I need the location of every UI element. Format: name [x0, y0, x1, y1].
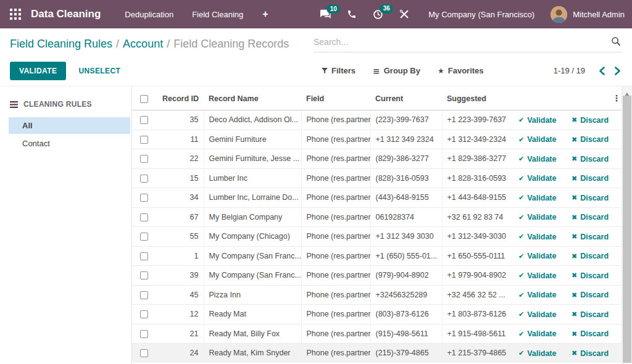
row-validate-button[interactable]: ✔Validate — [518, 155, 556, 163]
cell-field: Phone (res.partner) — [301, 227, 370, 247]
row-checkbox[interactable] — [140, 291, 148, 299]
table-row[interactable]: 67 My Belgian Company Phone (res.partner… — [132, 207, 621, 227]
scrollbar-thumb[interactable] — [623, 96, 631, 363]
row-validate-button[interactable]: ✔Validate — [518, 194, 556, 202]
row-discard-button[interactable]: ✖Discard — [572, 252, 609, 260]
table-row[interactable]: 1 My Company (San Franc... Phone (res.pa… — [132, 246, 621, 266]
records-table: Record ID Record Name Field Current Sugg… — [132, 86, 621, 363]
row-checkbox[interactable] — [140, 175, 148, 183]
table-row[interactable]: 22 Gemini Furniture, Jesse ... Phone (re… — [132, 149, 621, 169]
filters-menu[interactable]: Filters — [322, 66, 356, 75]
row-validate-button[interactable]: ✔Validate — [518, 291, 556, 299]
row-validate-button[interactable]: ✔Validate — [518, 310, 556, 319]
table-header-row: Record ID Record Name Field Current Sugg… — [132, 86, 621, 110]
table-row[interactable]: 11 Gemini Furniture Phone (res.partner) … — [132, 130, 621, 149]
select-all-checkbox[interactable] — [140, 95, 148, 103]
row-discard-button[interactable]: ✖Discard — [572, 174, 609, 183]
row-discard-button[interactable]: ✖Discard — [572, 329, 609, 338]
row-checkbox[interactable] — [140, 233, 148, 241]
table-row[interactable]: 39 My Company (San Franc... Phone (res.p… — [132, 266, 621, 286]
table-row[interactable]: 15 Lumber Inc Phone (res.partner) (828)-… — [132, 168, 621, 188]
column-header-suggested[interactable]: Suggested — [442, 86, 514, 110]
group-by-menu[interactable]: ≡ Group By — [373, 66, 420, 76]
tools-icon[interactable] — [399, 9, 409, 19]
discard-x-icon: ✖ — [572, 291, 577, 299]
messages-icon[interactable]: 10 — [320, 9, 331, 19]
validate-check-icon: ✔ — [518, 233, 524, 241]
user-avatar[interactable] — [551, 6, 567, 23]
row-discard-button[interactable]: ✖Discard — [572, 194, 609, 202]
row-checkbox[interactable] — [140, 213, 148, 221]
row-validate-button[interactable]: ✔Validate — [518, 135, 556, 144]
row-discard-button[interactable]: ✖Discard — [572, 349, 609, 358]
table-row[interactable]: 21 Ready Mat, Billy Fox Phone (res.partn… — [132, 324, 621, 344]
company-switcher[interactable]: My Company (San Francisco) — [428, 10, 534, 19]
menu-deduplication[interactable]: Deduplication — [125, 10, 173, 19]
unselect-button[interactable]: UNSELECT — [78, 67, 120, 75]
validate-button[interactable]: VALIDATE — [10, 62, 66, 80]
table-row[interactable]: 34 Lumber Inc, Lorraine Do... Phone (res… — [132, 188, 621, 208]
column-header-current[interactable]: Current — [370, 86, 442, 110]
validate-check-icon: ✔ — [518, 175, 524, 183]
row-discard-button[interactable]: ✖Discard — [572, 271, 609, 280]
sidebar-item-all[interactable]: All — [9, 117, 130, 134]
row-discard-button[interactable]: ✖Discard — [572, 310, 609, 319]
validate-check-icon: ✔ — [518, 291, 524, 299]
user-menu[interactable]: Mitchell Admin — [573, 10, 625, 19]
phone-icon[interactable] — [347, 9, 357, 19]
row-discard-button[interactable]: ✖Discard — [572, 116, 609, 125]
discard-x-icon: ✖ — [572, 330, 577, 338]
pager-next-icon[interactable] — [614, 67, 621, 75]
row-discard-button[interactable]: ✖Discard — [572, 155, 609, 163]
discard-x-icon: ✖ — [572, 252, 577, 260]
optional-columns-icon[interactable]: ⋮ — [612, 93, 621, 103]
row-discard-button[interactable]: ✖Discard — [572, 135, 609, 144]
apps-grid-icon[interactable] — [6, 5, 25, 23]
sidebar-item-contact[interactable]: Contact — [9, 135, 130, 152]
row-checkbox[interactable] — [140, 349, 148, 357]
breadcrumb-link-rules[interactable]: Field Cleaning Rules — [10, 38, 112, 50]
table-row[interactable]: 35 Deco Addict, Addison Ol... Phone (res… — [132, 110, 621, 130]
row-discard-button[interactable]: ✖Discard — [572, 233, 609, 241]
row-checkbox[interactable] — [140, 271, 148, 279]
row-validate-button[interactable]: ✔Validate — [518, 213, 556, 221]
row-validate-button[interactable]: ✔Validate — [518, 252, 556, 260]
table-row[interactable]: 12 Ready Mat Phone (res.partner) (803)-8… — [132, 305, 621, 325]
row-discard-button[interactable]: ✖Discard — [572, 291, 609, 299]
add-menu-button[interactable]: + — [262, 9, 268, 20]
hamburger-icon[interactable] — [10, 101, 18, 108]
breadcrumb-link-account[interactable]: Account — [123, 38, 163, 50]
row-checkbox[interactable] — [140, 136, 148, 144]
row-checkbox[interactable] — [140, 116, 148, 124]
search-icon[interactable] — [611, 36, 621, 49]
row-validate-button[interactable]: ✔Validate — [518, 329, 556, 338]
cell-field: Phone (res.partner) — [301, 266, 370, 286]
row-checkbox[interactable] — [140, 330, 148, 338]
search-input[interactable] — [314, 37, 597, 47]
column-header-record-id[interactable]: Record ID — [156, 86, 204, 110]
row-discard-button[interactable]: ✖Discard — [572, 213, 609, 221]
activities-clock-icon[interactable]: 36 — [373, 9, 383, 20]
row-validate-button[interactable]: ✔Validate — [518, 174, 556, 183]
column-header-record-name[interactable]: Record Name — [204, 86, 301, 110]
table-row[interactable]: 55 My Company (Chicago) Phone (res.partn… — [132, 227, 621, 247]
row-validate-button[interactable]: ✔Validate — [518, 233, 556, 241]
table-row[interactable]: 45 Pizza Inn Phone (res.partner) +324563… — [132, 285, 621, 305]
column-header-field[interactable]: Field — [301, 86, 370, 110]
cell-field: Phone (res.partner) — [301, 130, 370, 149]
favorites-menu[interactable]: ★ Favorites — [438, 66, 484, 75]
row-checkbox[interactable] — [140, 310, 148, 318]
menu-field-cleaning[interactable]: Field Cleaning — [192, 10, 243, 19]
row-validate-button[interactable]: ✔Validate — [518, 116, 556, 125]
row-validate-button[interactable]: ✔Validate — [518, 271, 556, 280]
row-checkbox[interactable] — [140, 155, 148, 163]
table-row[interactable]: 24 Ready Mat, Kim Snyder Phone (res.part… — [132, 344, 621, 363]
cell-current: +1 (650) 555-01... — [370, 246, 442, 266]
row-validate-button[interactable]: ✔Validate — [518, 349, 556, 358]
cell-field: Phone (res.partner) — [301, 285, 370, 305]
cell-record-id: 67 — [156, 207, 204, 227]
vertical-scrollbar[interactable] — [622, 86, 632, 364]
row-checkbox[interactable] — [140, 194, 148, 202]
row-checkbox[interactable] — [140, 252, 148, 260]
pager-previous-icon[interactable] — [599, 67, 605, 75]
